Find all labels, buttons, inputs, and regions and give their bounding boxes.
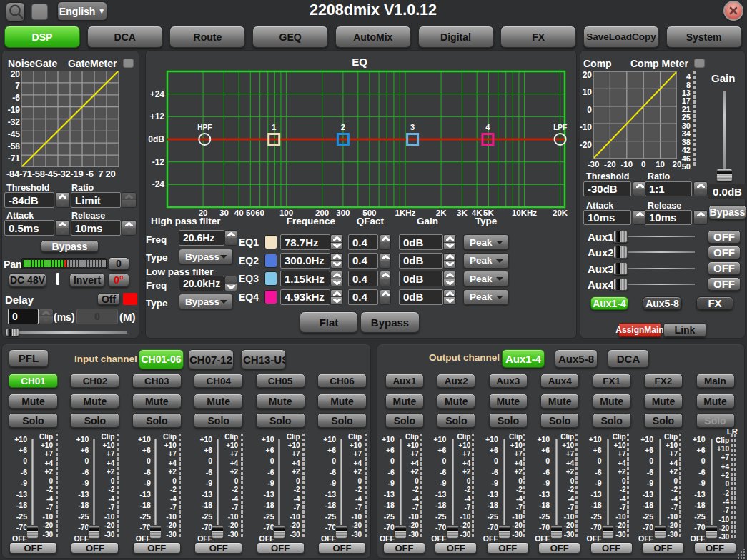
svg-text:2: 2 [341, 123, 345, 131]
svg-text:1: 1 [272, 123, 276, 131]
svg-text:-24: -24 [152, 179, 165, 189]
svg-text:+24: +24 [150, 89, 165, 99]
svg-text:3: 3 [410, 123, 415, 131]
svg-text:4: 4 [485, 123, 490, 131]
svg-text:HPF: HPF [197, 124, 212, 131]
svg-text:+12: +12 [150, 111, 165, 121]
svg-text:0dB: 0dB [148, 134, 164, 144]
svg-text:-12: -12 [152, 157, 165, 167]
